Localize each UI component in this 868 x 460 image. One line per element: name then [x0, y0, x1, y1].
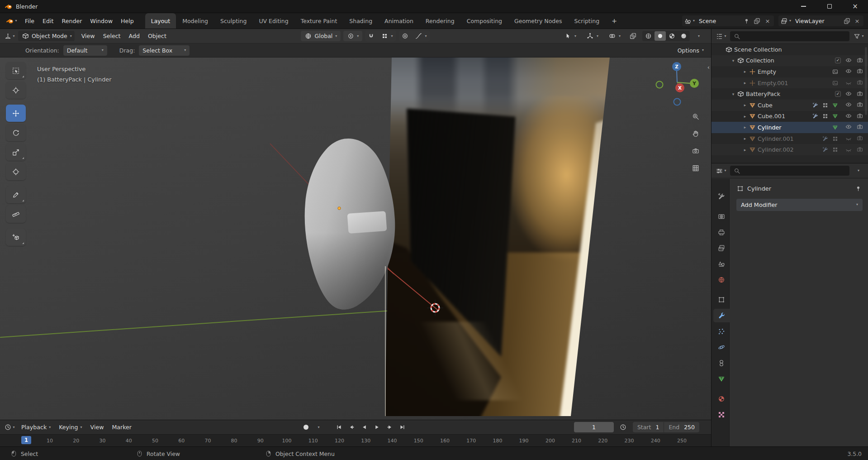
disclosure-arrow-icon[interactable]: ▾: [730, 58, 737, 63]
snap-settings-dropdown[interactable]: [377, 31, 396, 41]
outliner-row-cube-001[interactable]: ▸Cube.001: [711, 111, 868, 122]
tool-rotate[interactable]: [6, 124, 26, 141]
pin-scene-button[interactable]: [743, 17, 751, 25]
shading-rendered-button[interactable]: [678, 31, 689, 41]
tab-animation[interactable]: Animation: [379, 13, 419, 29]
hide-in-viewport-toggle[interactable]: [845, 57, 852, 65]
proportional-editing-toggle[interactable]: [399, 31, 411, 41]
menu-view[interactable]: View: [77, 29, 99, 43]
menu-render[interactable]: Render: [57, 13, 86, 29]
snap-toggle[interactable]: [365, 31, 377, 41]
menu-marker[interactable]: Marker: [108, 420, 136, 434]
outliner-row-cylinder-002[interactable]: ▸Cylinder.002: [711, 144, 868, 155]
outliner-editor-type-button[interactable]: [715, 31, 727, 42]
outliner-search[interactable]: [730, 31, 849, 41]
hide-in-viewport-toggle[interactable]: [845, 67, 852, 76]
mode-dropdown[interactable]: Object Mode: [18, 31, 75, 41]
unlink-scene-button[interactable]: [764, 17, 772, 25]
current-frame-field[interactable]: 1: [574, 422, 614, 432]
disable-in-renders-toggle[interactable]: [856, 112, 863, 120]
drag-setting-dropdown[interactable]: Select Box: [139, 45, 190, 56]
include-checkbox[interactable]: [835, 91, 841, 97]
scene-name-field[interactable]: Scene: [697, 18, 740, 24]
play-button[interactable]: [371, 422, 383, 433]
disable-in-renders-toggle[interactable]: [856, 67, 863, 76]
pin-id-button[interactable]: [854, 185, 862, 193]
tool-scale[interactable]: [6, 144, 26, 161]
properties-tab-texture[interactable]: [713, 408, 730, 422]
shading-options-dropdown[interactable]: [693, 31, 705, 41]
jump-to-end-button[interactable]: [397, 422, 408, 433]
outliner-filter-button[interactable]: [853, 31, 864, 42]
properties-tab-scene[interactable]: [713, 257, 730, 271]
next-keyframe-button[interactable]: [384, 422, 395, 433]
gizmo-neg-z-axis[interactable]: [674, 99, 681, 105]
disable-in-renders-toggle[interactable]: [856, 79, 863, 87]
remove-viewlayer-button[interactable]: [853, 17, 861, 25]
zoom-button[interactable]: [689, 110, 702, 123]
current-frame-marker[interactable]: 1: [21, 436, 31, 444]
navigation-gizmo[interactable]: Z Y X: [654, 60, 703, 110]
disable-in-renders-toggle[interactable]: [856, 123, 863, 131]
disable-in-renders-toggle[interactable]: [856, 101, 863, 109]
tool-measure[interactable]: [6, 206, 26, 223]
outliner-row-cube[interactable]: ▸Cube: [711, 100, 868, 111]
scene-browse-button[interactable]: [684, 17, 695, 24]
scanned-mesh-object[interactable]: [300, 135, 398, 314]
tool-add-cube[interactable]: [6, 229, 26, 246]
properties-tab-object[interactable]: [713, 293, 730, 307]
tool-annotate[interactable]: [6, 186, 26, 203]
jump-to-start-button[interactable]: [333, 422, 345, 433]
disclosure-arrow-icon[interactable]: ▸: [741, 103, 749, 107]
xray-toggle[interactable]: [627, 31, 639, 41]
pan-button[interactable]: [689, 127, 702, 140]
preview-range-toggle[interactable]: [617, 422, 629, 432]
auto-keying-button[interactable]: [300, 422, 312, 433]
outliner-row-empty[interactable]: ▸Empty: [711, 66, 868, 77]
viewlayer-browse-button[interactable]: [781, 17, 791, 24]
3d-viewport[interactable]: User Perspective (1) BatteryPack | Cylin…: [0, 58, 711, 420]
properties-tab-particles[interactable]: [713, 325, 730, 338]
properties-editor-type-button[interactable]: [715, 166, 727, 176]
menu-object[interactable]: Object: [144, 29, 171, 43]
add-modifier-dropdown[interactable]: Add Modifier: [736, 199, 863, 211]
menu-playback[interactable]: Playback: [17, 420, 55, 434]
disclosure-arrow-icon[interactable]: ▸: [741, 81, 749, 85]
disable-in-renders-toggle[interactable]: [856, 57, 863, 65]
gizmos-dropdown[interactable]: [583, 31, 602, 41]
tab-scripting[interactable]: Scripting: [569, 13, 606, 29]
disclosure-arrow-icon[interactable]: ▸: [741, 148, 749, 152]
start-frame-field[interactable]: Start 1: [633, 422, 664, 432]
menu-add[interactable]: Add: [125, 29, 144, 43]
disable-in-renders-toggle[interactable]: [856, 134, 863, 143]
outliner-row-collection[interactable]: ▾Collection: [711, 55, 868, 67]
properties-tab-render[interactable]: [713, 210, 730, 223]
new-viewlayer-button[interactable]: [843, 17, 851, 25]
tab-geometry-nodes[interactable]: Geometry Nodes: [508, 13, 568, 29]
outliner-row-batterypack[interactable]: ▾BatteryPack: [711, 88, 868, 100]
properties-tab-object-data[interactable]: [713, 372, 730, 386]
maximize-button[interactable]: [816, 0, 842, 13]
orthographic-toggle-button[interactable]: [689, 162, 702, 174]
outliner-row-cylinder[interactable]: ▸Cylinder: [711, 122, 868, 133]
properties-tab-material[interactable]: [713, 392, 730, 406]
outliner-search-input[interactable]: [743, 33, 846, 40]
tab-compositing[interactable]: Compositing: [461, 13, 508, 29]
properties-options-button[interactable]: [853, 166, 864, 176]
gizmo-neg-y-axis[interactable]: [656, 81, 663, 88]
disable-in-renders-toggle[interactable]: [856, 146, 863, 154]
hide-in-viewport-toggle[interactable]: [845, 112, 852, 120]
menu-file[interactable]: File: [21, 13, 38, 29]
properties-search-input[interactable]: [743, 168, 846, 174]
outliner-row-scene-collection[interactable]: Scene Collection: [711, 44, 868, 55]
outliner-scrollbar[interactable]: [865, 47, 867, 115]
shading-solid-button[interactable]: [655, 31, 666, 41]
hidden-in-viewport-toggle[interactable]: [845, 79, 852, 87]
tab-uv-editing[interactable]: UV Editing: [253, 13, 294, 29]
end-frame-field[interactable]: End 250: [664, 422, 699, 432]
properties-tab-physics[interactable]: [713, 340, 730, 354]
menu-window[interactable]: Window: [86, 13, 117, 29]
viewlayer-name-field[interactable]: ViewLayer: [793, 18, 840, 24]
properties-tab-world[interactable]: [713, 273, 730, 287]
camera-view-button[interactable]: [689, 144, 702, 157]
